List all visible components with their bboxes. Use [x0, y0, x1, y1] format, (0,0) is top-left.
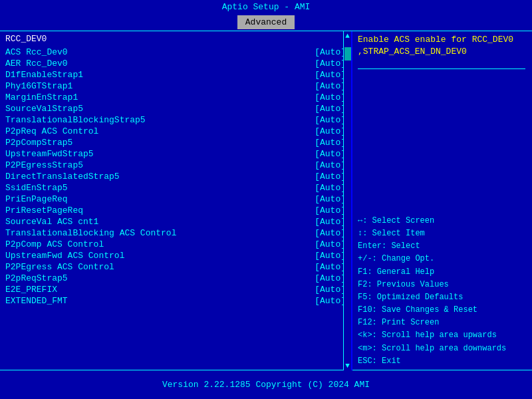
tab-advanced[interactable]: Advanced [237, 15, 295, 29]
setting-row[interactable]: P2PEgressStrap5[Auto] [5, 160, 346, 171]
section-title: RCC_DEV0 [0, 31, 351, 47]
setting-row[interactable]: P2pReq ACS Control[Auto] [5, 126, 346, 137]
setting-name: SsidEnStrap5 [5, 183, 68, 193]
setting-name: P2pCompStrap5 [5, 138, 72, 148]
setting-row[interactable]: ACS Rcc_Dev0[Auto] [5, 47, 346, 58]
setting-value: [Auto] [315, 104, 346, 114]
setting-value: [Auto] [315, 205, 346, 215]
setting-value: [Auto] [315, 194, 346, 204]
key-line: +/-: Change Opt. [358, 253, 525, 265]
setting-name: MarginEnStrap1 [5, 92, 78, 102]
key-line: <m>: Scroll help area downwards [358, 342, 525, 355]
setting-value: [Auto] [315, 273, 346, 283]
setting-name: D1fEnableStrap1 [5, 70, 83, 80]
setting-value: [Auto] [315, 47, 346, 57]
key-help: ↔: Select Screen↕: Select ItemEnter: Sel… [358, 215, 525, 368]
setting-row[interactable]: Phy16GTStrap1[Auto] [5, 80, 346, 92]
setting-row[interactable]: TranslationalBlockingStrap5[Auto] [5, 114, 346, 126]
key-line: ↔: Select Screen [358, 215, 525, 227]
key-line: ↕: Select Item [358, 227, 525, 240]
setting-name: TranslationalBlocking ACS Control [5, 228, 176, 238]
setting-value: [Auto] [315, 59, 346, 68]
setting-name: PriResetPageReq [5, 205, 83, 215]
version-text: Version 2.22.1285 Copyright (C) 2024 AMI [162, 380, 370, 390]
setting-row[interactable]: DirectTranslatedStrap5[Auto] [5, 171, 346, 182]
setting-row[interactable]: SsidEnStrap5[Auto] [5, 182, 346, 194]
setting-name: ACS Rcc_Dev0 [5, 47, 68, 57]
setting-name: DirectTranslatedStrap5 [5, 172, 120, 182]
scroll-up-arrow[interactable]: ▲ [344, 31, 350, 41]
title-bar: Aptio Setup - AMI [0, 0, 532, 13]
key-line: F5: Optimized Defaults [358, 291, 525, 304]
setting-name: UpstreamFwd ACS Control [5, 251, 124, 261]
key-line: Enter: Select [358, 240, 525, 253]
setting-row[interactable]: UpstreamFwd ACS Control[Auto] [5, 250, 346, 261]
scrollbar[interactable]: ▲ ▼ [343, 31, 351, 370]
setting-name: EXTENDED_FMT [5, 296, 68, 306]
settings-list: ACS Rcc_Dev0[Auto]AER Rcc_Dev0[Auto]D1fE… [0, 47, 351, 307]
setting-row[interactable]: UpstreamFwdStrap5[Auto] [5, 148, 346, 160]
setting-name: P2pComp ACS Control [5, 239, 104, 249]
scroll-thumb [344, 47, 351, 61]
setting-name: P2pReqStrap5 [5, 273, 68, 283]
setting-value: [Auto] [315, 262, 346, 272]
setting-name: AER Rcc_Dev0 [5, 59, 68, 68]
setting-value: [Auto] [315, 172, 346, 182]
setting-row[interactable]: P2PEgress ACS Control[Auto] [5, 261, 346, 273]
app-title: Aptio Setup - AMI [222, 2, 311, 12]
setting-value: [Auto] [315, 217, 346, 227]
setting-value: [Auto] [315, 251, 346, 261]
setting-name: P2PEgressStrap5 [5, 160, 83, 170]
setting-name: P2PEgress ACS Control [5, 262, 114, 272]
setting-name: UpstreamFwdStrap5 [5, 149, 94, 159]
setting-row[interactable]: SourceValStrap5[Auto] [5, 103, 346, 114]
tab-bar: Advanced [0, 13, 532, 31]
setting-value: [Auto] [315, 183, 346, 193]
setting-value: [Auto] [315, 81, 346, 91]
setting-row[interactable]: MarginEnStrap1[Auto] [5, 92, 346, 103]
setting-row[interactable]: D1fEnableStrap1[Auto] [5, 69, 346, 80]
setting-row[interactable]: P2pReqStrap5[Auto] [5, 273, 346, 284]
setting-value: [Auto] [315, 149, 346, 159]
setting-row[interactable]: P2pCompStrap5[Auto] [5, 137, 346, 148]
setting-name: Phy16GTStrap1 [5, 81, 72, 91]
setting-value: [Auto] [315, 296, 346, 306]
setting-row[interactable]: SourceVal ACS cnt1[Auto] [5, 216, 346, 227]
key-line: F2: Previous Values [358, 279, 525, 291]
setting-value: [Auto] [315, 160, 346, 170]
setting-value: [Auto] [315, 239, 346, 249]
scroll-down-arrow[interactable]: ▼ [344, 361, 350, 370]
setting-row[interactable]: TranslationalBlocking ACS Control[Auto] [5, 227, 346, 239]
setting-value: [Auto] [315, 228, 346, 238]
setting-name: E2E_PREFIX [5, 285, 57, 295]
help-text: Enable ACS enable for RCC_DEV0 ,STRAP_AC… [358, 34, 525, 58]
setting-name: TranslationalBlockingStrap5 [5, 115, 146, 125]
setting-row[interactable]: AER Rcc_Dev0[Auto] [5, 58, 346, 69]
setting-value: [Auto] [315, 138, 346, 148]
bottom-bar: Version 2.22.1285 Copyright (C) 2024 AMI [0, 370, 532, 399]
setting-row[interactable]: EXTENDED_FMT[Auto] [5, 295, 346, 307]
setting-value: [Auto] [315, 92, 346, 102]
setting-name: PriEnPageReq [5, 194, 68, 204]
setting-row[interactable]: PriResetPageReq[Auto] [5, 205, 346, 216]
setting-value: [Auto] [315, 115, 346, 125]
setting-row[interactable]: P2pComp ACS Control[Auto] [5, 239, 346, 250]
divider [358, 68, 525, 69]
key-line: ESC: Exit [358, 355, 525, 368]
setting-value: [Auto] [315, 70, 346, 80]
key-line: <k>: Scroll help area upwards [358, 329, 525, 342]
left-panel: RCC_DEV0 ACS Rcc_Dev0[Auto]AER Rcc_Dev0[… [0, 31, 352, 370]
right-panel: Enable ACS enable for RCC_DEV0 ,STRAP_AC… [352, 31, 531, 370]
setting-row[interactable]: PriEnPageReq[Auto] [5, 194, 346, 205]
main-content: RCC_DEV0 ACS Rcc_Dev0[Auto]AER Rcc_Dev0[… [0, 31, 532, 370]
setting-row[interactable]: E2E_PREFIX[Auto] [5, 284, 346, 295]
scroll-track [344, 41, 351, 361]
setting-value: [Auto] [315, 126, 346, 136]
setting-value: [Auto] [315, 285, 346, 295]
setting-name: SourceValStrap5 [5, 104, 83, 114]
key-line: F1: General Help [358, 266, 525, 279]
setting-name: SourceVal ACS cnt1 [5, 217, 98, 227]
key-line: F12: Print Screen [358, 317, 525, 329]
setting-name: P2pReq ACS Control [5, 126, 98, 136]
key-line: F10: Save Changes & Reset [358, 304, 525, 317]
